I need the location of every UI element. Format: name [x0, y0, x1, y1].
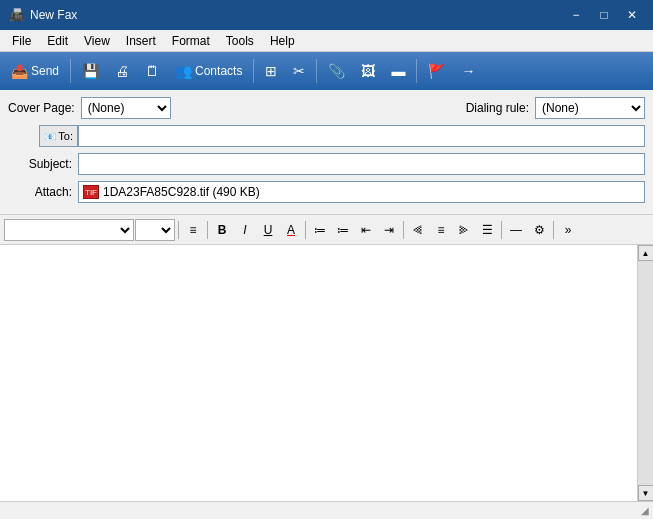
menu-help[interactable]: Help: [262, 32, 303, 50]
indent-button[interactable]: ≡: [182, 219, 204, 241]
close-button[interactable]: ✕: [619, 5, 645, 25]
menu-file[interactable]: File: [4, 32, 39, 50]
align-right-button[interactable]: ⫸: [453, 219, 475, 241]
contacts-button[interactable]: 👥 Contacts: [168, 56, 249, 86]
scissors-icon: ✂: [293, 63, 305, 79]
menu-tools[interactable]: Tools: [218, 32, 262, 50]
align-center-button[interactable]: ≡: [430, 219, 452, 241]
save-button[interactable]: 💾: [75, 56, 106, 86]
cover-page-select[interactable]: (None): [81, 97, 171, 119]
underline-button[interactable]: U: [257, 219, 279, 241]
grid-button[interactable]: ⊞: [258, 56, 284, 86]
arrow-button[interactable]: →: [454, 56, 482, 86]
grid-icon: ⊞: [265, 63, 277, 79]
print-icon: 🖨: [115, 63, 129, 79]
special-btn[interactable]: ⚙: [528, 219, 550, 241]
format-sep-1: [178, 221, 179, 239]
title-bar: 📠 New Fax − □ ✕: [0, 0, 653, 30]
italic-button[interactable]: I: [234, 219, 256, 241]
increase-indent-icon: ⇥: [384, 223, 394, 237]
to-input[interactable]: [78, 125, 645, 147]
menu-bar: File Edit View Insert Format Tools Help: [0, 30, 653, 52]
toolbar-separator-1: [70, 59, 71, 83]
attach-field: TIF 1DA23FA85C928.tif (490 KB): [78, 181, 645, 203]
align-left-button[interactable]: ⫷: [407, 219, 429, 241]
dialing-rule-label: Dialing rule:: [466, 101, 529, 115]
more-icon: »: [565, 223, 572, 237]
print-button[interactable]: 🖨: [108, 56, 136, 86]
special-icon: ⚙: [534, 223, 545, 237]
increase-indent-button[interactable]: ⇥: [378, 219, 400, 241]
font-family-select[interactable]: [4, 219, 134, 241]
attach-label: Attach:: [8, 185, 78, 199]
font-color-button[interactable]: A: [280, 219, 302, 241]
image-button[interactable]: 🖼: [354, 56, 382, 86]
align-right-icon: ⫸: [458, 223, 470, 237]
format-sep-5: [501, 221, 502, 239]
main-toolbar: 📤 Send 💾 🖨 🗒 👥 Contacts ⊞ ✂ 📎 🖼 ▬ 🚩 →: [0, 52, 653, 90]
italic-icon: I: [243, 223, 246, 237]
numbered-list-button[interactable]: ≔: [332, 219, 354, 241]
menu-format[interactable]: Format: [164, 32, 218, 50]
flag-button[interactable]: 🚩: [421, 56, 452, 86]
decrease-indent-button[interactable]: ⇤: [355, 219, 377, 241]
toolbar-separator-4: [416, 59, 417, 83]
justify-button[interactable]: ☰: [476, 219, 498, 241]
underline-icon: U: [264, 223, 273, 237]
subject-row: Subject:: [8, 152, 645, 176]
format-sep-3: [305, 221, 306, 239]
send-label: Send: [31, 64, 59, 78]
menu-insert[interactable]: Insert: [118, 32, 164, 50]
scroll-down-arrow[interactable]: ▼: [638, 485, 654, 501]
menu-edit[interactable]: Edit: [39, 32, 76, 50]
dialing-rule-select[interactable]: (None): [535, 97, 645, 119]
bold-button[interactable]: B: [211, 219, 233, 241]
vertical-scrollbar[interactable]: ▲ ▼: [637, 245, 653, 501]
format-sep-4: [403, 221, 404, 239]
scroll-up-arrow[interactable]: ▲: [638, 245, 654, 261]
content-area[interactable]: ▲ ▼: [0, 245, 653, 501]
resize-handle[interactable]: ◢: [641, 505, 649, 516]
attach-row: Attach: TIF 1DA23FA85C928.tif (490 KB): [8, 180, 645, 204]
contacts-icon: 👥: [175, 63, 192, 79]
menu-view[interactable]: View: [76, 32, 118, 50]
main-container: Cover Page: (None) Dialing rule: (None) …: [0, 90, 653, 519]
bullet-list-icon: ≔: [314, 223, 326, 237]
cover-page-label: Cover Page:: [8, 101, 81, 115]
subject-label: Subject:: [8, 157, 78, 171]
align-left-icon: ⫷: [412, 223, 424, 237]
attach-file-icon: TIF: [83, 185, 99, 199]
numbered-list-icon: ≔: [337, 223, 349, 237]
divider-icon: ▬: [391, 63, 405, 79]
form-area: Cover Page: (None) Dialing rule: (None) …: [0, 90, 653, 215]
font-size-select[interactable]: [135, 219, 175, 241]
minimize-button[interactable]: −: [563, 5, 589, 25]
contacts-label: Contacts: [195, 64, 242, 78]
preview-button[interactable]: 🗒: [138, 56, 166, 86]
to-icon: 📧: [44, 131, 56, 142]
subject-input[interactable]: [78, 153, 645, 175]
window-controls: − □ ✕: [563, 5, 645, 25]
toolbar-separator-2: [253, 59, 254, 83]
format-sep-2: [207, 221, 208, 239]
hr-icon: —: [510, 223, 522, 237]
paperclip-button[interactable]: 📎: [321, 56, 352, 86]
send-button[interactable]: 📤 Send: [4, 56, 66, 86]
divider-button[interactable]: ▬: [384, 56, 412, 86]
dialing-rule-section: Dialing rule: (None): [466, 97, 645, 119]
scissors-button[interactable]: ✂: [286, 56, 312, 86]
flag-icon: 🚩: [428, 63, 445, 79]
image-icon: 🖼: [361, 63, 375, 79]
indent-icon: ≡: [189, 223, 196, 237]
save-icon: 💾: [82, 63, 99, 79]
hr-button[interactable]: —: [505, 219, 527, 241]
window-title: New Fax: [30, 8, 77, 22]
align-center-icon: ≡: [437, 223, 444, 237]
bullet-list-button[interactable]: ≔: [309, 219, 331, 241]
maximize-button[interactable]: □: [591, 5, 617, 25]
more-button[interactable]: »: [557, 219, 579, 241]
paperclip-icon: 📎: [328, 63, 345, 79]
font-color-icon: A: [287, 223, 295, 237]
decrease-indent-icon: ⇤: [361, 223, 371, 237]
to-button[interactable]: 📧 To:: [39, 125, 78, 147]
